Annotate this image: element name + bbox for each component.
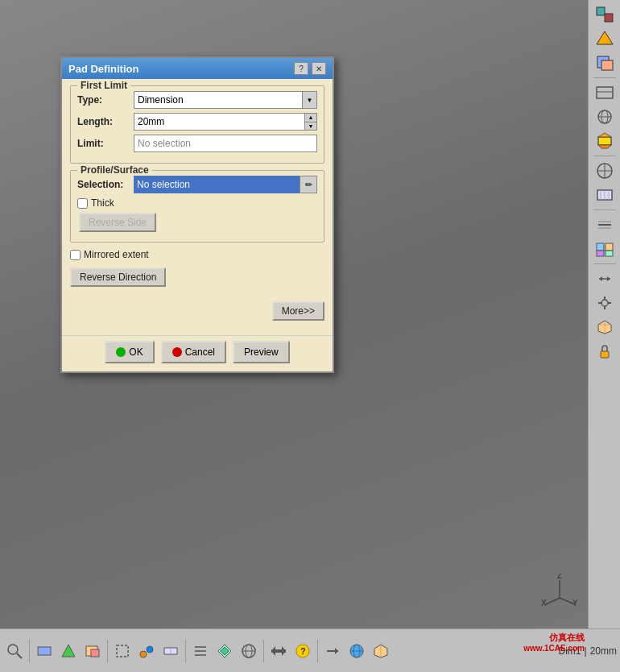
bottom-icon-3[interactable] xyxy=(57,640,80,662)
svg-rect-44 xyxy=(601,351,609,358)
thick-checkbox[interactable] xyxy=(77,198,88,209)
toolbar-icon-lock[interactable] xyxy=(593,340,617,363)
selection-label: Selection: xyxy=(77,179,134,190)
svg-rect-47 xyxy=(38,647,51,655)
toolbar-icon-2[interactable] xyxy=(593,27,617,50)
svg-marker-66 xyxy=(282,646,286,656)
svg-marker-8 xyxy=(597,31,613,44)
help-button[interactable]: ? xyxy=(294,62,308,75)
mirrored-extent-checkbox[interactable] xyxy=(70,250,81,260)
selection-row: Selection: No selection ✏ xyxy=(77,176,317,193)
more-button-row: More>> xyxy=(70,301,324,321)
dialog-footer: OK Cancel Preview xyxy=(62,335,333,371)
svg-rect-50 xyxy=(91,649,99,657)
toolbar-icon-9[interactable] xyxy=(593,214,617,236)
selection-field[interactable]: No selection xyxy=(134,176,300,193)
length-spin-buttons: ▲ ▼ xyxy=(304,113,317,131)
svg-rect-6 xyxy=(597,7,605,15)
bottom-icon-8[interactable] xyxy=(189,640,212,662)
svg-line-2 xyxy=(546,598,560,604)
bottom-icon-7[interactable] xyxy=(159,640,182,662)
type-select-wrapper: Dimension ▼ xyxy=(134,91,317,109)
ok-button[interactable]: OK xyxy=(105,341,154,363)
right-toolbar xyxy=(588,0,620,628)
svg-line-46 xyxy=(17,653,22,658)
bottom-icon-cube2[interactable] xyxy=(370,640,392,662)
svg-point-45 xyxy=(8,645,18,654)
limit-value: No selection xyxy=(138,138,191,149)
selection-edit-button[interactable]: ✏ xyxy=(300,176,317,193)
dim1-label: Dim1 xyxy=(559,645,581,657)
svg-rect-51 xyxy=(117,645,128,657)
svg-marker-70 xyxy=(335,648,338,654)
reverse-direction-row: Reverse Direction xyxy=(70,264,324,295)
toolbar-icon-6[interactable] xyxy=(593,130,617,152)
svg-rect-30 xyxy=(606,243,613,251)
bottom-icon-5[interactable] xyxy=(111,640,134,662)
svg-rect-29 xyxy=(597,243,604,251)
toolbar-icon-arrows[interactable] xyxy=(593,268,617,290)
axis-indicator: Z X Y xyxy=(539,574,580,608)
dialog-content: First Limit Type: Dimension ▼ Length: ▲ xyxy=(62,79,333,332)
toolbar-icon-7[interactable] xyxy=(593,160,617,182)
type-select[interactable]: Dimension xyxy=(134,91,303,109)
svg-rect-16 xyxy=(598,137,611,145)
toolbar-icon-settings[interactable] xyxy=(593,292,617,314)
bottom-sep-5 xyxy=(317,640,318,662)
svg-marker-35 xyxy=(607,276,610,281)
toolbar-icon-8[interactable] xyxy=(593,184,617,206)
reverse-direction-button[interactable]: Reverse Direction xyxy=(70,268,166,287)
toolbar-icon-10[interactable] xyxy=(593,238,617,260)
svg-rect-7 xyxy=(605,14,613,22)
pad-definition-dialog: Pad Definition ? ✕ First Limit Type: Dim… xyxy=(60,56,334,373)
bottom-icon-globe[interactable] xyxy=(345,640,368,662)
toolbar-sep-2 xyxy=(593,156,616,156)
toolbar-sep-3 xyxy=(593,209,616,210)
dialog-titlebar: Pad Definition ? ✕ xyxy=(62,58,333,79)
svg-marker-65 xyxy=(271,646,275,656)
svg-text:X: X xyxy=(541,599,547,606)
toolbar-icon-cube[interactable] xyxy=(593,316,617,338)
svg-rect-11 xyxy=(597,87,613,98)
close-button[interactable]: ✕ xyxy=(312,62,326,75)
toolbar-icon-1[interactable] xyxy=(593,3,617,26)
svg-marker-48 xyxy=(62,645,75,657)
bottom-icon-2[interactable] xyxy=(33,640,56,662)
bottom-icon-arrow[interactable] xyxy=(321,640,344,662)
dialog-title: Pad Definition xyxy=(68,63,138,75)
svg-rect-31 xyxy=(597,251,604,256)
bottom-icon-11[interactable] xyxy=(267,640,290,662)
svg-point-36 xyxy=(601,300,608,306)
toolbar-icon-5[interactable] xyxy=(593,106,617,128)
reverse-side-button[interactable]: Reverse Side xyxy=(79,213,156,232)
preview-button[interactable]: Preview xyxy=(233,341,290,363)
bottom-icon-6[interactable] xyxy=(135,640,158,662)
thick-row: Thick xyxy=(77,197,317,209)
bottom-icon-10[interactable] xyxy=(238,640,260,662)
svg-text:Y: Y xyxy=(572,599,578,606)
toolbar-icon-3[interactable] xyxy=(593,52,617,74)
limit-row: Limit: No selection xyxy=(77,135,317,152)
thick-label: Thick xyxy=(91,197,114,209)
dim1-separator: | xyxy=(585,645,587,657)
profile-surface-group: Profile/Surface Selection: No selection … xyxy=(70,170,324,243)
limit-label: Limit: xyxy=(77,138,134,149)
svg-marker-17 xyxy=(598,133,611,137)
bottom-icon-help[interactable]: ? xyxy=(291,640,314,662)
cancel-label: Cancel xyxy=(185,346,215,358)
bottom-icon-9[interactable] xyxy=(213,640,236,662)
first-limit-label: First Limit xyxy=(77,80,130,91)
length-input[interactable] xyxy=(134,113,304,131)
type-row: Type: Dimension ▼ xyxy=(77,91,317,109)
cancel-button[interactable]: Cancel xyxy=(161,341,226,363)
toolbar-sep-4 xyxy=(593,263,616,264)
dialog-controls: ? ✕ xyxy=(294,62,326,75)
type-select-arrow[interactable]: ▼ xyxy=(303,91,317,109)
length-spin-down[interactable]: ▼ xyxy=(305,122,316,131)
bottom-icon-4[interactable] xyxy=(81,640,104,662)
profile-surface-label: Profile/Surface xyxy=(77,164,152,176)
toolbar-icon-4[interactable] xyxy=(593,81,617,104)
length-spin-up[interactable]: ▲ xyxy=(305,114,316,122)
bottom-icon-magnify[interactable] xyxy=(3,640,26,662)
more-button[interactable]: More>> xyxy=(272,301,324,321)
